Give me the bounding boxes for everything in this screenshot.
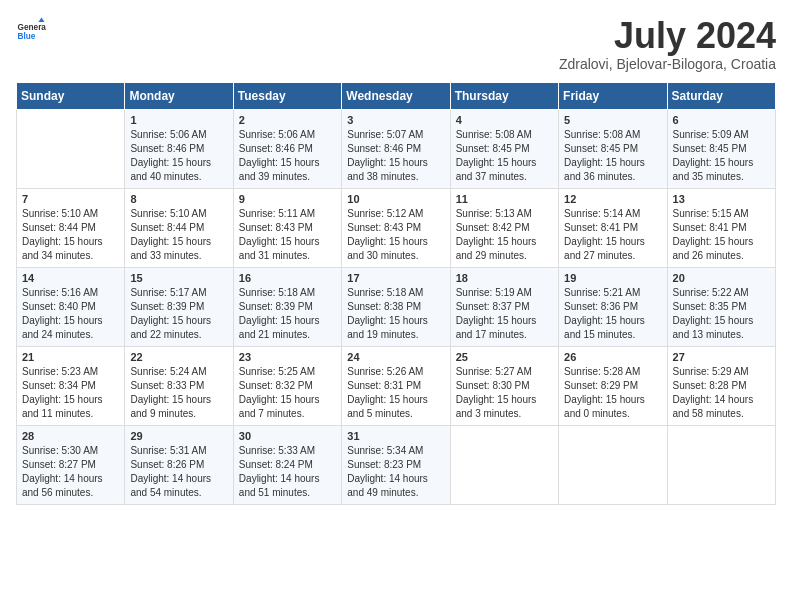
day-number: 16 [239, 272, 336, 284]
calendar-cell: 14Sunrise: 5:16 AMSunset: 8:40 PMDayligh… [17, 267, 125, 346]
cell-info: Sunrise: 5:31 AMSunset: 8:26 PMDaylight:… [130, 445, 211, 498]
day-number: 23 [239, 351, 336, 363]
cell-info: Sunrise: 5:06 AMSunset: 8:46 PMDaylight:… [130, 129, 211, 182]
weekday-header-sunday: Sunday [17, 82, 125, 109]
calendar-cell: 28Sunrise: 5:30 AMSunset: 8:27 PMDayligh… [17, 425, 125, 504]
cell-info: Sunrise: 5:18 AMSunset: 8:38 PMDaylight:… [347, 287, 428, 340]
cell-info: Sunrise: 5:26 AMSunset: 8:31 PMDaylight:… [347, 366, 428, 419]
cell-info: Sunrise: 5:18 AMSunset: 8:39 PMDaylight:… [239, 287, 320, 340]
calendar-cell: 6Sunrise: 5:09 AMSunset: 8:45 PMDaylight… [667, 109, 775, 188]
weekday-header-monday: Monday [125, 82, 233, 109]
cell-info: Sunrise: 5:19 AMSunset: 8:37 PMDaylight:… [456, 287, 537, 340]
cell-info: Sunrise: 5:14 AMSunset: 8:41 PMDaylight:… [564, 208, 645, 261]
cell-info: Sunrise: 5:10 AMSunset: 8:44 PMDaylight:… [22, 208, 103, 261]
header: General Blue July 2024 Zdralovi, Bjelova… [16, 16, 776, 72]
location-title: Zdralovi, Bjelovar-Bilogora, Croatia [559, 56, 776, 72]
day-number: 12 [564, 193, 661, 205]
week-row-2: 7Sunrise: 5:10 AMSunset: 8:44 PMDaylight… [17, 188, 776, 267]
day-number: 22 [130, 351, 227, 363]
calendar-cell: 21Sunrise: 5:23 AMSunset: 8:34 PMDayligh… [17, 346, 125, 425]
cell-info: Sunrise: 5:29 AMSunset: 8:28 PMDaylight:… [673, 366, 754, 419]
calendar-cell: 31Sunrise: 5:34 AMSunset: 8:23 PMDayligh… [342, 425, 450, 504]
cell-info: Sunrise: 5:08 AMSunset: 8:45 PMDaylight:… [564, 129, 645, 182]
day-number: 2 [239, 114, 336, 126]
cell-info: Sunrise: 5:25 AMSunset: 8:32 PMDaylight:… [239, 366, 320, 419]
cell-info: Sunrise: 5:08 AMSunset: 8:45 PMDaylight:… [456, 129, 537, 182]
logo: General Blue [16, 16, 46, 46]
cell-info: Sunrise: 5:27 AMSunset: 8:30 PMDaylight:… [456, 366, 537, 419]
calendar-cell [559, 425, 667, 504]
cell-info: Sunrise: 5:30 AMSunset: 8:27 PMDaylight:… [22, 445, 103, 498]
calendar-cell: 19Sunrise: 5:21 AMSunset: 8:36 PMDayligh… [559, 267, 667, 346]
calendar-cell: 1Sunrise: 5:06 AMSunset: 8:46 PMDaylight… [125, 109, 233, 188]
day-number: 6 [673, 114, 770, 126]
day-number: 19 [564, 272, 661, 284]
week-row-1: 1Sunrise: 5:06 AMSunset: 8:46 PMDaylight… [17, 109, 776, 188]
day-number: 20 [673, 272, 770, 284]
weekday-header-tuesday: Tuesday [233, 82, 341, 109]
cell-info: Sunrise: 5:24 AMSunset: 8:33 PMDaylight:… [130, 366, 211, 419]
calendar-cell: 24Sunrise: 5:26 AMSunset: 8:31 PMDayligh… [342, 346, 450, 425]
calendar-cell: 4Sunrise: 5:08 AMSunset: 8:45 PMDaylight… [450, 109, 558, 188]
calendar-cell: 17Sunrise: 5:18 AMSunset: 8:38 PMDayligh… [342, 267, 450, 346]
cell-info: Sunrise: 5:23 AMSunset: 8:34 PMDaylight:… [22, 366, 103, 419]
week-row-4: 21Sunrise: 5:23 AMSunset: 8:34 PMDayligh… [17, 346, 776, 425]
day-number: 4 [456, 114, 553, 126]
cell-info: Sunrise: 5:21 AMSunset: 8:36 PMDaylight:… [564, 287, 645, 340]
svg-text:Blue: Blue [18, 32, 36, 41]
calendar-cell: 11Sunrise: 5:13 AMSunset: 8:42 PMDayligh… [450, 188, 558, 267]
day-number: 8 [130, 193, 227, 205]
title-area: July 2024 Zdralovi, Bjelovar-Bilogora, C… [559, 16, 776, 72]
calendar-cell: 9Sunrise: 5:11 AMSunset: 8:43 PMDaylight… [233, 188, 341, 267]
day-number: 1 [130, 114, 227, 126]
cell-info: Sunrise: 5:07 AMSunset: 8:46 PMDaylight:… [347, 129, 428, 182]
day-number: 3 [347, 114, 444, 126]
cell-info: Sunrise: 5:33 AMSunset: 8:24 PMDaylight:… [239, 445, 320, 498]
calendar-cell: 12Sunrise: 5:14 AMSunset: 8:41 PMDayligh… [559, 188, 667, 267]
calendar-cell: 5Sunrise: 5:08 AMSunset: 8:45 PMDaylight… [559, 109, 667, 188]
svg-text:General: General [18, 23, 47, 32]
day-number: 26 [564, 351, 661, 363]
day-number: 28 [22, 430, 119, 442]
calendar-cell [450, 425, 558, 504]
day-number: 29 [130, 430, 227, 442]
weekday-header-thursday: Thursday [450, 82, 558, 109]
weekday-header-wednesday: Wednesday [342, 82, 450, 109]
weekday-header-saturday: Saturday [667, 82, 775, 109]
day-number: 10 [347, 193, 444, 205]
cell-info: Sunrise: 5:15 AMSunset: 8:41 PMDaylight:… [673, 208, 754, 261]
cell-info: Sunrise: 5:06 AMSunset: 8:46 PMDaylight:… [239, 129, 320, 182]
calendar-cell: 2Sunrise: 5:06 AMSunset: 8:46 PMDaylight… [233, 109, 341, 188]
cell-info: Sunrise: 5:22 AMSunset: 8:35 PMDaylight:… [673, 287, 754, 340]
calendar-cell [667, 425, 775, 504]
calendar-cell: 27Sunrise: 5:29 AMSunset: 8:28 PMDayligh… [667, 346, 775, 425]
day-number: 7 [22, 193, 119, 205]
day-number: 31 [347, 430, 444, 442]
weekday-header-friday: Friday [559, 82, 667, 109]
day-number: 24 [347, 351, 444, 363]
calendar-table: SundayMondayTuesdayWednesdayThursdayFrid… [16, 82, 776, 505]
day-number: 17 [347, 272, 444, 284]
calendar-cell: 18Sunrise: 5:19 AMSunset: 8:37 PMDayligh… [450, 267, 558, 346]
cell-info: Sunrise: 5:09 AMSunset: 8:45 PMDaylight:… [673, 129, 754, 182]
calendar-cell: 22Sunrise: 5:24 AMSunset: 8:33 PMDayligh… [125, 346, 233, 425]
calendar-cell: 26Sunrise: 5:28 AMSunset: 8:29 PMDayligh… [559, 346, 667, 425]
logo-icon: General Blue [16, 16, 46, 46]
calendar-cell: 29Sunrise: 5:31 AMSunset: 8:26 PMDayligh… [125, 425, 233, 504]
day-number: 25 [456, 351, 553, 363]
calendar-cell: 10Sunrise: 5:12 AMSunset: 8:43 PMDayligh… [342, 188, 450, 267]
day-number: 5 [564, 114, 661, 126]
calendar-cell: 30Sunrise: 5:33 AMSunset: 8:24 PMDayligh… [233, 425, 341, 504]
day-number: 15 [130, 272, 227, 284]
cell-info: Sunrise: 5:11 AMSunset: 8:43 PMDaylight:… [239, 208, 320, 261]
calendar-cell: 23Sunrise: 5:25 AMSunset: 8:32 PMDayligh… [233, 346, 341, 425]
day-number: 21 [22, 351, 119, 363]
day-number: 27 [673, 351, 770, 363]
cell-info: Sunrise: 5:12 AMSunset: 8:43 PMDaylight:… [347, 208, 428, 261]
calendar-cell [17, 109, 125, 188]
day-number: 9 [239, 193, 336, 205]
cell-info: Sunrise: 5:34 AMSunset: 8:23 PMDaylight:… [347, 445, 428, 498]
cell-info: Sunrise: 5:28 AMSunset: 8:29 PMDaylight:… [564, 366, 645, 419]
cell-info: Sunrise: 5:10 AMSunset: 8:44 PMDaylight:… [130, 208, 211, 261]
week-row-5: 28Sunrise: 5:30 AMSunset: 8:27 PMDayligh… [17, 425, 776, 504]
